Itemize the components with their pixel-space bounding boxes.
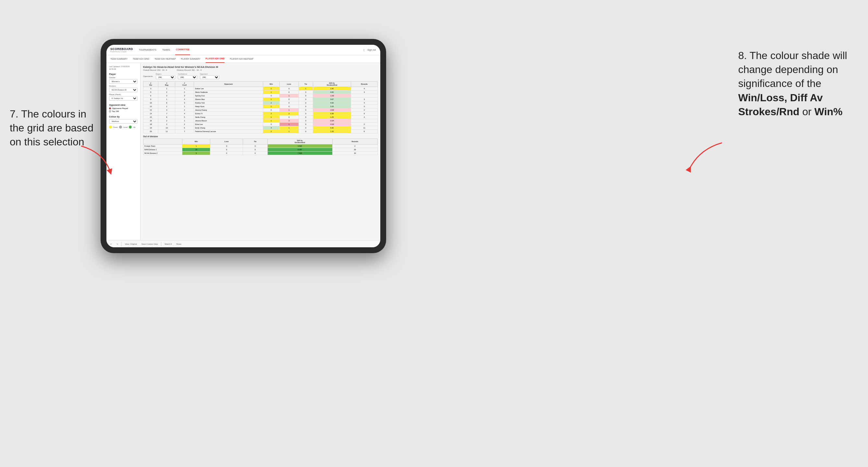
ood-cell-rounds: 10	[332, 152, 378, 155]
cell-tie: 0	[299, 91, 313, 94]
subnav-team-h2h-grid[interactable]: TEAM H2H GRID	[133, 55, 149, 63]
cell-tie: 0	[299, 123, 313, 126]
cell-conf: 4	[175, 112, 194, 116]
cell-diff: 4.00	[313, 101, 351, 105]
ood-cell-rounds: 2	[332, 145, 378, 148]
ood-cell-win: 5	[182, 152, 210, 155]
legend-label-level: Level	[123, 126, 127, 128]
save-custom-button[interactable]: Save Custom View	[140, 242, 159, 246]
cell-opponent: Eunice Yi	[194, 112, 263, 116]
ood-cell-win: 15	[182, 148, 210, 152]
view-original-button[interactable]: View: Original	[124, 242, 138, 246]
logo: SCOREBOARD Powered by clippd	[110, 48, 133, 53]
cell-conf: 2	[175, 123, 194, 126]
cell-reg: 1	[158, 87, 175, 91]
subnav-team-summary[interactable]: TEAM SUMMARY	[110, 55, 127, 63]
main-data-table: #Div #Reg #Conf Opponent Win Loss Tie Di…	[143, 81, 378, 133]
cell-rounds: 3	[351, 91, 378, 94]
gender-select[interactable]: Women's	[109, 79, 137, 84]
subnav-team-h2h-heatmap[interactable]: TEAM H2H HEATMAP	[154, 55, 176, 63]
subnav-player-summary[interactable]: PLAYER SUMMARY	[181, 55, 200, 63]
sign-out-button[interactable]: Sign out	[367, 45, 376, 55]
cell-diff: -0.94	[313, 119, 351, 123]
cell-reg: 1	[158, 105, 175, 108]
table-header-row: #Div #Reg #Conf Opponent Win Loss Tie Di…	[144, 82, 378, 87]
legend-label-up: Up	[133, 126, 135, 128]
cell-tie: 1	[299, 87, 313, 91]
ood-col-tie: Tie	[243, 139, 268, 145]
separator: |	[364, 49, 364, 51]
watch-button[interactable]: Watch ▾	[163, 242, 173, 246]
table-row: 13 3 2 Jessica Huang 0 1 0 -3.00 2	[144, 108, 378, 112]
nav-item-tournaments[interactable]: TOURNAMENTS	[138, 45, 157, 55]
cell-tie: 0	[299, 108, 313, 112]
conference-select[interactable]: (All)	[178, 75, 197, 79]
cell-opponent: Esther Lee	[194, 87, 263, 91]
cell-loss: 0	[279, 101, 299, 105]
cell-div: 16	[144, 119, 158, 123]
cell-div: 14	[144, 112, 158, 116]
top-100-radio[interactable]: Top 100	[109, 110, 137, 112]
cell-win: 1	[263, 105, 279, 108]
cell-rounds	[351, 119, 378, 123]
ood-cell-opponent: NCAA Division 2	[144, 152, 182, 155]
cell-opponent: Euna Lee	[194, 123, 263, 126]
opponent-view-title: Opponent view	[109, 104, 137, 106]
cell-opponent: Sydney Kuo	[194, 94, 263, 98]
conference-filter-label: Conference	[178, 73, 197, 75]
cell-rounds: 2	[351, 123, 378, 126]
ood-cell-opponent: NAIA Division 1	[144, 148, 182, 152]
cell-diff: -1.00	[313, 94, 351, 98]
share-button[interactable]: Share	[175, 242, 183, 246]
cell-diff: 3.33	[313, 105, 351, 108]
region-select[interactable]: (All)	[156, 75, 175, 79]
nav-item-committee[interactable]: COMMITTEE	[175, 45, 190, 55]
table-row: 19 10 6 Emily Chang 4 1 0 0.30 11	[144, 126, 378, 130]
division-select[interactable]: NCAA Division III	[109, 88, 137, 92]
ood-header-row: Win Loss Tie Diff AvStrokes/Rnd Rounds	[144, 139, 378, 145]
cell-rounds: 4	[351, 101, 378, 105]
colour-by-select[interactable]: Win/loss	[109, 119, 137, 124]
redo-button[interactable]: ↪	[115, 242, 119, 246]
cell-reg: 8	[158, 116, 175, 119]
ood-table-row: NAIA Division 1 15 0 0 9.267 30	[144, 148, 378, 152]
grid-area: Katelyn Vo Head-to-Head Grid for Women's…	[141, 63, 380, 240]
arrow-left	[78, 143, 117, 182]
ood-table-row: NCAA Division 2 5 0 0 7.400 10	[144, 152, 378, 155]
cell-div: 10	[144, 101, 158, 105]
nav-bar: SCOREBOARD Powered by clippd TOURNAMENTS…	[106, 45, 380, 55]
col-conf: #Conf	[175, 82, 194, 87]
cell-win: 2	[263, 112, 279, 116]
col-win: Win	[263, 82, 279, 87]
table-row: 16 2 1 Jessica Mason 1 2 0 -0.94	[144, 119, 378, 123]
cell-conf: 4	[175, 98, 194, 101]
grid-title: Katelyn Vo Head-to-Head Grid for Women's…	[143, 66, 378, 68]
cell-diff: -3.00	[313, 108, 351, 112]
region-filter: Region (All)	[156, 73, 175, 79]
ood-col-win: Win	[182, 139, 210, 145]
player-rank-select[interactable]: 8. Katelyn Vo	[109, 96, 137, 101]
opponents-played-label: Opponents Played	[112, 107, 128, 110]
subnav-player-h2h-heatmap[interactable]: PLAYER H2H HEATMAP	[230, 55, 253, 63]
cell-conf: 3	[175, 94, 194, 98]
cell-loss: 0	[279, 91, 299, 94]
ood-cell-tie: 0	[243, 145, 268, 148]
cell-win: 2	[263, 130, 279, 133]
cell-rounds: 11	[351, 126, 378, 130]
cell-reg: 1	[158, 98, 175, 101]
cell-reg: 10	[158, 126, 175, 130]
opponents-played-radio[interactable]: Opponents Played	[109, 107, 137, 110]
cell-conf: 3	[175, 101, 194, 105]
ood-col-rounds: Rounds	[332, 139, 378, 145]
opponent-select[interactable]: (All)	[200, 75, 219, 79]
tablet-screen: SCOREBOARD Powered by clippd TOURNAMENTS…	[106, 45, 380, 247]
cell-div: 9	[144, 98, 158, 101]
radio-dot-opponents	[109, 107, 111, 110]
col-div: #Div	[144, 82, 158, 87]
ood-cell-rounds: 30	[332, 148, 378, 152]
cell-win: 1	[263, 98, 279, 101]
cell-div: 3	[144, 87, 158, 91]
nav-item-teams[interactable]: TEAMS	[162, 45, 171, 55]
undo-button[interactable]: ↩	[109, 242, 113, 246]
subnav-player-h2h-grid[interactable]: PLAYER H2H GRID	[206, 55, 225, 63]
